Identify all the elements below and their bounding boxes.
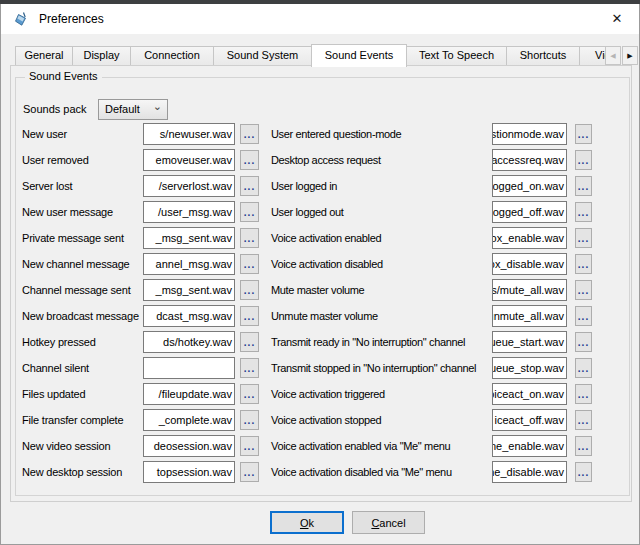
browse-button[interactable]: ... — [240, 124, 259, 144]
browse-button[interactable]: ... — [240, 254, 259, 274]
sound-event-row: Server lost /serverlost.wav ... User log… — [22, 175, 592, 197]
sound-event-row: File transfer complete _complete.wav ...… — [22, 409, 592, 431]
sound-file-input[interactable]: ox_enable.wav — [492, 227, 567, 249]
tab-shortcuts[interactable]: Shortcuts — [506, 46, 580, 65]
browse-button[interactable]: ... — [240, 228, 259, 248]
event-label: Transmit ready in "No interruption" chan… — [271, 331, 465, 353]
tab-display[interactable]: Display — [72, 46, 131, 65]
sound-file-input[interactable]: /serverlost.wav — [143, 175, 235, 197]
event-label: Voice activation enabled — [271, 227, 381, 249]
sound-file-input[interactable]: ueue_start.wav — [492, 331, 567, 353]
sound-file-input[interactable]: /user_msg.wav — [143, 201, 235, 223]
app-icon — [13, 11, 29, 27]
sound-file-input[interactable]: ne_disable.wav — [492, 461, 567, 483]
sound-event-rows: New user s/newuser.wav ... User entered … — [22, 123, 592, 487]
tab-connection[interactable]: Connection — [130, 46, 214, 65]
sound-event-row: Channel silent ... Transmit stopped in "… — [22, 357, 592, 379]
sounds-pack-value: Default — [105, 103, 140, 115]
tab-scroll-left-icon[interactable]: ◀ — [605, 46, 621, 65]
browse-button[interactable]: ... — [575, 280, 592, 300]
browse-button[interactable]: ... — [575, 150, 592, 170]
tab-general[interactable]: General — [15, 46, 73, 65]
sound-file-input[interactable]: _msg_sent.wav — [143, 227, 235, 249]
sound-file-input[interactable]: oiceact_on.wav — [492, 383, 567, 405]
sound-file-input[interactable]: iceact_off.wav — [492, 409, 567, 431]
browse-button[interactable]: ... — [575, 410, 592, 430]
browse-button[interactable]: ... — [575, 228, 592, 248]
browse-button[interactable]: ... — [240, 176, 259, 196]
browse-button[interactable]: ... — [240, 384, 259, 404]
event-label: Voice activation disabled via "Me" menu — [271, 461, 452, 483]
sound-event-row: New channel message annel_msg.wav ... Vo… — [22, 253, 592, 275]
sound-file-input[interactable]: emoveuser.wav — [143, 149, 235, 171]
event-label: Mute master volume — [271, 279, 364, 301]
sound-event-row: User removed emoveuser.wav ... Desktop a… — [22, 149, 592, 171]
browse-button[interactable]: ... — [575, 462, 592, 482]
event-label: File transfer complete — [22, 409, 123, 431]
browse-button[interactable]: ... — [575, 202, 592, 222]
sound-file-input[interactable]: /fileupdate.wav — [143, 383, 235, 405]
sound-file-input[interactable]: logged_on.wav — [492, 175, 567, 197]
browse-button[interactable]: ... — [240, 280, 259, 300]
browse-button[interactable]: ... — [575, 176, 592, 196]
sound-file-input[interactable]: ueue_stop.wav — [492, 357, 567, 379]
sound-event-row: New user message /user_msg.wav ... User … — [22, 201, 592, 223]
browse-button[interactable]: ... — [575, 254, 592, 274]
event-label: New user — [22, 123, 67, 145]
browse-button[interactable]: ... — [575, 332, 592, 352]
sound-file-input[interactable]: accessreq.wav — [492, 149, 567, 171]
browse-button[interactable]: ... — [240, 202, 259, 222]
browse-button[interactable]: ... — [575, 384, 592, 404]
sound-event-row: Channel message sent _msg_sent.wav ... M… — [22, 279, 592, 301]
browse-button[interactable]: ... — [240, 306, 259, 326]
sound-file-input[interactable]: ne_enable.wav — [492, 435, 567, 457]
sounds-pack-select[interactable]: Default ⌄ — [98, 99, 168, 120]
sound-file-input[interactable]: ogged_off.wav — [492, 201, 567, 223]
tab-text-to-speech[interactable]: Text To Speech — [406, 46, 507, 65]
sound-event-row: New video session deosession.wav ... Voi… — [22, 435, 592, 457]
event-label: User logged in — [271, 175, 337, 197]
event-label: New user message — [22, 201, 113, 223]
tab-scroll-right-icon[interactable]: ▶ — [622, 46, 638, 65]
sound-event-row: Hotkey pressed ds/hotkey.wav ... Transmi… — [22, 331, 592, 353]
event-label: Private message sent — [22, 227, 124, 249]
browse-button[interactable]: ... — [240, 358, 259, 378]
sound-event-row: Private message sent _msg_sent.wav ... V… — [22, 227, 592, 249]
sound-file-input[interactable]: s/newuser.wav — [143, 123, 235, 145]
tab-video[interactable]: Video — [579, 46, 605, 65]
event-label: Voice activation triggered — [271, 383, 385, 405]
tab-sound-system[interactable]: Sound System — [213, 46, 312, 65]
browse-button[interactable]: ... — [575, 124, 592, 144]
ok-button[interactable]: Ok — [270, 511, 344, 534]
event-label: New broadcast message — [22, 305, 139, 327]
sound-file-input[interactable]: ds/hotkey.wav — [143, 331, 235, 353]
sound-file-input[interactable]: annel_msg.wav — [143, 253, 235, 275]
sound-file-input[interactable]: topsession.wav — [143, 461, 235, 483]
browse-button[interactable]: ... — [575, 306, 592, 326]
sound-file-input[interactable]: _msg_sent.wav — [143, 279, 235, 301]
browse-button[interactable]: ... — [240, 332, 259, 352]
browse-button[interactable]: ... — [240, 462, 259, 482]
sound-file-input[interactable]: s/mute_all.wav — [492, 279, 567, 301]
sound-file-input[interactable]: ox_disable.wav — [492, 253, 567, 275]
browse-button[interactable]: ... — [575, 358, 592, 378]
browse-button[interactable]: ... — [240, 150, 259, 170]
sound-file-input[interactable]: dcast_msg.wav — [143, 305, 235, 327]
event-label: Unmute master volume — [271, 305, 378, 327]
browse-button[interactable]: ... — [240, 436, 259, 456]
preferences-dialog: Preferences ✕ General Display Connection… — [0, 4, 640, 545]
event-label: Desktop access request — [271, 149, 381, 171]
tab-sound-events[interactable]: Sound Events — [311, 44, 407, 67]
sound-file-input[interactable]: deosession.wav — [143, 435, 235, 457]
cancel-button[interactable]: Cancel — [352, 511, 425, 534]
sound-file-input[interactable] — [143, 357, 235, 379]
sound-file-input[interactable]: stionmode.wav — [492, 123, 567, 145]
sound-file-input[interactable]: _complete.wav — [143, 409, 235, 431]
browse-button[interactable]: ... — [240, 410, 259, 430]
close-button[interactable]: ✕ — [601, 4, 633, 34]
sound-event-row: New desktop session topsession.wav ... V… — [22, 461, 592, 483]
event-label: User entered question-mode — [271, 123, 401, 145]
sound-file-input[interactable]: unmute_all.wav — [492, 305, 567, 327]
browse-button[interactable]: ... — [575, 436, 592, 456]
event-label: New video session — [22, 435, 110, 457]
